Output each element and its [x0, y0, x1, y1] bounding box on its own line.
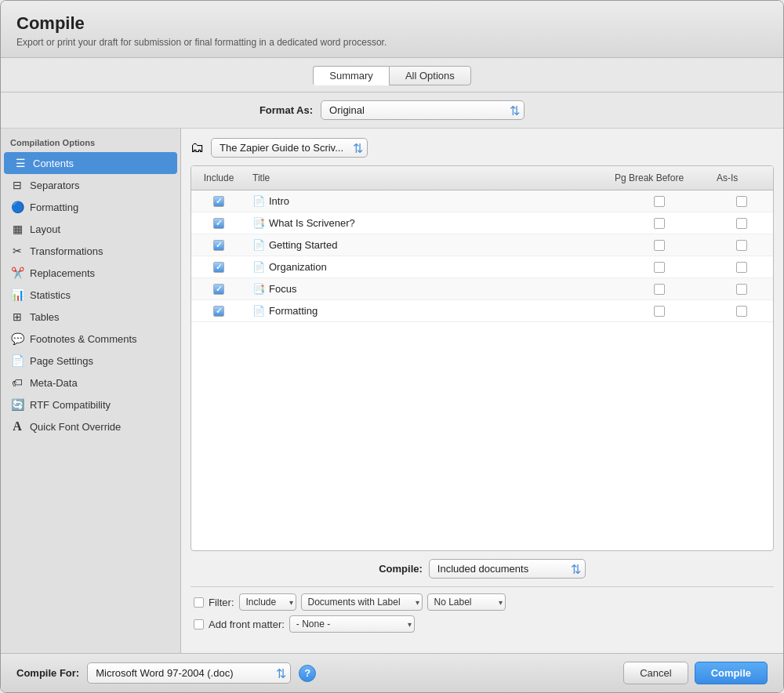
row4-doc-icon: 📄	[252, 261, 265, 273]
compile-for-wrap: Compile For: Microsoft Word 97-2004 (.do…	[16, 662, 316, 684]
row4-pgbreak-checkbox[interactable]	[654, 262, 665, 273]
row5-asis-cell	[710, 281, 773, 298]
filter-label: Filter:	[209, 597, 234, 608]
format-as-label: Format As:	[260, 104, 313, 116]
window-title: Compile	[16, 13, 768, 34]
sidebar-label-tables: Tables	[30, 311, 60, 323]
bottom-bar: Compile For: Microsoft Word 97-2004 (.do…	[1, 653, 783, 692]
sidebar-item-separators[interactable]: ⊟ Separators	[1, 174, 180, 196]
row4-pgbreak-cell	[608, 259, 710, 276]
sidebar-item-transformations[interactable]: ✂ Transformations	[1, 240, 180, 262]
tab-summary[interactable]: Summary	[313, 66, 389, 85]
row3-title-cell: 📄 Getting Started	[246, 236, 608, 254]
sidebar-item-rtf-compatibility[interactable]: 🔄 RTF Compatibility	[1, 394, 180, 415]
row2-title: What Is Scrivener?	[269, 217, 355, 229]
row5-include-checkbox[interactable]	[213, 284, 224, 295]
row1-pgbreak-checkbox[interactable]	[654, 196, 665, 207]
separators-icon: ⊟	[10, 178, 24, 192]
sidebar-label-page-settings: Page Settings	[30, 355, 93, 367]
row6-pgbreak-checkbox[interactable]	[654, 306, 665, 317]
sidebar-item-contents[interactable]: ☰ Contents	[4, 152, 177, 174]
row1-title-cell: 📄 Intro	[246, 192, 608, 210]
formatting-icon: 🔵	[10, 200, 24, 214]
row1-title: Intro	[269, 195, 289, 207]
filter-checkbox[interactable]	[194, 597, 204, 608]
compile-button[interactable]: Compile	[695, 662, 768, 684]
row5-title: Focus	[269, 283, 296, 295]
sidebar-label-formatting: Formatting	[30, 201, 78, 213]
row2-include-cell	[191, 215, 246, 232]
title-bar: Compile Export or print your draft for s…	[1, 1, 783, 58]
sidebar-item-meta-data[interactable]: 🏷 Meta-Data	[1, 372, 180, 394]
sidebar-label-statistics: Statistics	[30, 289, 71, 301]
sidebar-item-footnotes-comments[interactable]: 💬 Footnotes & Comments	[1, 328, 180, 350]
sidebar-item-formatting[interactable]: 🔵 Formatting	[1, 196, 180, 218]
row6-include-checkbox[interactable]	[213, 306, 224, 317]
sidebar-item-quick-font-override[interactable]: A Quick Font Override	[1, 415, 180, 437]
content-area: 🗂 The Zapier Guide to Scriv... ⇅ Include…	[181, 129, 783, 653]
row5-asis-checkbox[interactable]	[736, 284, 747, 295]
sidebar-item-replacements[interactable]: ✂️ Replacements	[1, 262, 180, 284]
tables-icon: ⊞	[10, 310, 24, 324]
sidebar-item-tables[interactable]: ⊞ Tables	[1, 306, 180, 328]
main-area: Compilation Options ☰ Contents ⊟ Separat…	[1, 129, 783, 653]
row1-asis-checkbox[interactable]	[736, 196, 747, 207]
row2-pgbreak-checkbox[interactable]	[654, 218, 665, 229]
row3-title: Getting Started	[269, 239, 337, 251]
page-settings-icon: 📄	[10, 354, 24, 368]
table-header: Include Title Pg Break Before As-Is	[191, 166, 773, 190]
filter-include-select[interactable]: Include Exclude	[239, 593, 296, 611]
row6-title: Formatting	[269, 305, 318, 317]
compile-row: Compile: Included documents All document…	[191, 551, 774, 586]
sidebar-item-statistics[interactable]: 📊 Statistics	[1, 284, 180, 306]
sidebar-label-meta-data: Meta-Data	[30, 377, 78, 389]
help-button[interactable]: ?	[299, 665, 316, 682]
table-row: 📄 Formatting	[191, 300, 773, 322]
row3-pgbreak-checkbox[interactable]	[654, 240, 665, 251]
sidebar-item-layout[interactable]: ▦ Layout	[1, 218, 180, 240]
compile-for-select-wrap: Microsoft Word 97-2004 (.doc) PDF RTF Pl…	[87, 662, 291, 684]
row4-title: Organization	[269, 261, 327, 273]
filter-label-select[interactable]: Documents with Label	[301, 593, 423, 611]
compile-for-select[interactable]: Microsoft Word 97-2004 (.doc) PDF RTF Pl…	[87, 662, 291, 684]
front-matter-checkbox[interactable]	[194, 619, 204, 630]
row2-include-checkbox[interactable]	[213, 218, 224, 229]
compile-select[interactable]: Included documents All documents Selecte…	[429, 559, 586, 579]
tab-all-options[interactable]: All Options	[389, 66, 471, 85]
row6-include-cell	[191, 303, 246, 320]
row5-include-cell	[191, 281, 246, 298]
row2-asis-checkbox[interactable]	[736, 218, 747, 229]
sidebar: Compilation Options ☰ Contents ⊟ Separat…	[1, 129, 181, 653]
row4-include-checkbox[interactable]	[213, 262, 224, 273]
row3-asis-checkbox[interactable]	[736, 240, 747, 251]
project-select[interactable]: The Zapier Guide to Scriv...	[211, 138, 368, 158]
filter-no-label-select[interactable]: No Label	[427, 593, 506, 611]
format-as-select[interactable]: Original Custom	[321, 100, 524, 120]
layout-icon: ▦	[10, 222, 24, 236]
filter-area: Filter: Include Exclude ▾ Documents with…	[191, 586, 774, 644]
project-icon: 🗂	[191, 140, 205, 156]
filter-row: Filter: Include Exclude ▾ Documents with…	[194, 593, 771, 611]
cancel-button[interactable]: Cancel	[623, 662, 688, 684]
filter-label-wrap: Documents with Label ▾	[301, 593, 423, 611]
row3-asis-cell	[710, 237, 773, 254]
sidebar-item-page-settings[interactable]: 📄 Page Settings	[1, 350, 180, 372]
row3-include-checkbox[interactable]	[213, 240, 224, 251]
sidebar-label-rtf: RTF Compatibility	[30, 399, 111, 411]
row4-asis-cell	[710, 259, 773, 276]
col-pg-break: Pg Break Before	[608, 170, 710, 186]
row1-include-checkbox[interactable]	[213, 196, 224, 207]
font-override-icon: A	[10, 419, 24, 434]
row1-asis-cell	[710, 193, 773, 210]
contents-icon: ☰	[13, 156, 27, 170]
sidebar-label-replacements: Replacements	[30, 267, 95, 279]
compile-for-label: Compile For:	[16, 667, 79, 679]
row2-doc-icon: 📑	[252, 217, 265, 229]
row4-asis-checkbox[interactable]	[736, 262, 747, 273]
sidebar-header: Compilation Options	[1, 135, 180, 152]
col-include: Include	[191, 170, 246, 186]
row6-asis-checkbox[interactable]	[736, 306, 747, 317]
row5-pgbreak-checkbox[interactable]	[654, 284, 665, 295]
table-body: 📄 Intro	[191, 190, 773, 550]
front-matter-select[interactable]: - None -	[289, 615, 415, 633]
